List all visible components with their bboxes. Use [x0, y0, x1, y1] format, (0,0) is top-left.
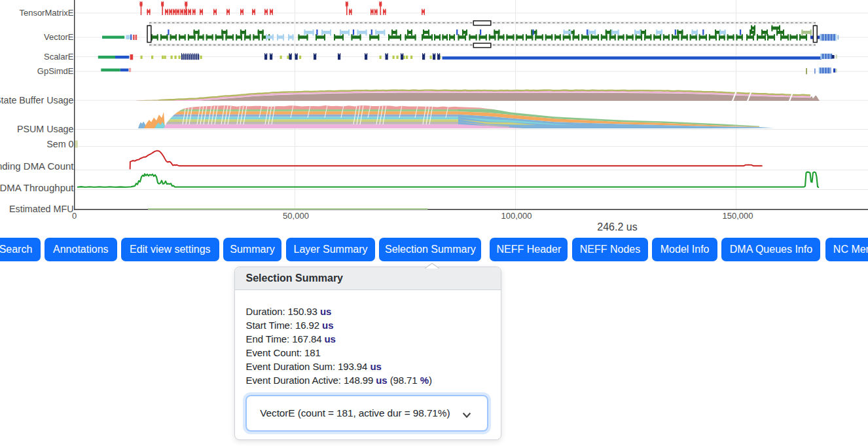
svg-text:ScalarE: ScalarE [44, 52, 74, 62]
svg-text:246.2 us: 246.2 us [597, 221, 637, 232]
svg-text:VectorE: VectorE [44, 32, 74, 42]
svg-text:150,000: 150,000 [723, 211, 753, 221]
svg-text:GpSimdE: GpSimdE [37, 66, 74, 76]
svg-text:50,000: 50,000 [283, 211, 309, 221]
svg-text:Estimated MFU: Estimated MFU [9, 204, 74, 214]
svg-text:Pending DMA Count: Pending DMA Count [0, 160, 74, 172]
svg-text:State Buffer Usage: State Buffer Usage [0, 95, 74, 105]
svg-text:TensorMatrixE: TensorMatrixE [19, 8, 73, 18]
svg-text:Sem 0: Sem 0 [46, 139, 73, 149]
svg-text:PSUM Usage: PSUM Usage [17, 124, 74, 134]
svg-text:DMA Throughput: DMA Throughput [0, 182, 74, 193]
svg-text:100,000: 100,000 [501, 211, 532, 221]
svg-text:0: 0 [72, 211, 77, 221]
